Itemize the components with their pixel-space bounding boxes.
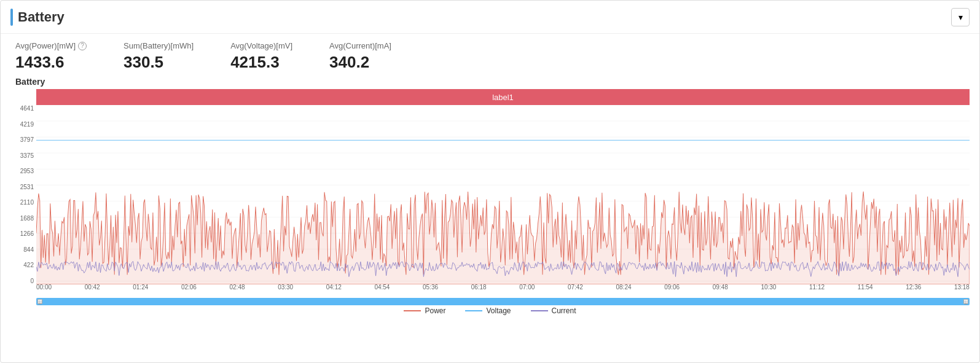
metric-avg-power: Avg(Power)[mW] ? 1433.6	[15, 41, 87, 72]
legend-voltage-label: Voltage	[486, 306, 511, 315]
x-axis: 00:00 00:42 01:24 02:06 02:48 03:30 04:1…	[36, 281, 970, 293]
chart-body	[10, 105, 970, 284]
y-axis-labels: 4641 4219 3797 3375 2953 2531 2110 1688 …	[10, 105, 36, 284]
metric-sum-battery: Sum(Battery)[mWh] 330.5	[123, 41, 194, 72]
metric-value-avg-current: 340.2	[329, 53, 391, 72]
metric-label-sum-battery: Sum(Battery)[mWh]	[123, 41, 194, 50]
title-text: Battery	[18, 9, 65, 25]
metric-avg-voltage: Avg(Voltage)[mV] 4215.3	[230, 41, 292, 72]
chart-svg	[36, 105, 970, 284]
legend-power: Power	[404, 306, 445, 315]
metric-label-avg-current: Avg(Current)[mA]	[329, 41, 391, 50]
chart-section: Battery label1	[1, 77, 979, 310]
legend-voltage: Voltage	[465, 306, 511, 315]
chart-label-bar: label1	[36, 89, 970, 105]
metric-label-avg-voltage: Avg(Voltage)[mV]	[230, 41, 292, 50]
metric-value-avg-power: 1433.6	[15, 53, 87, 72]
scrollbar-right-handle[interactable]: |||	[963, 299, 968, 304]
legend-power-icon	[404, 308, 421, 314]
legend-current: Current	[531, 306, 576, 315]
legend-power-label: Power	[425, 306, 445, 315]
metric-avg-current: Avg(Current)[mA] 340.2	[329, 41, 391, 72]
panel-dropdown-button[interactable]: ▾	[951, 8, 970, 26]
chart-wrapper: label1	[10, 89, 970, 310]
chevron-down-icon: ▾	[958, 12, 963, 22]
panel-title: Battery	[10, 9, 65, 26]
legend-current-label: Current	[552, 306, 576, 315]
chart-plot-area[interactable]	[36, 105, 970, 284]
metrics-row: Avg(Power)[mW] ? 1433.6 Sum(Battery)[mWh…	[1, 34, 979, 77]
metric-value-avg-voltage: 4215.3	[230, 53, 292, 72]
chart-scrollbar[interactable]: ||| |||	[36, 298, 970, 305]
metric-label-avg-power: Avg(Power)[mW] ?	[15, 41, 87, 50]
panel-header: Battery ▾	[1, 1, 979, 34]
metric-value-sum-battery: 330.5	[123, 53, 194, 72]
chart-title: Battery	[10, 77, 970, 87]
battery-panel: Battery ▾ Avg(Power)[mW] ? 1433.6 Sum(Ba…	[0, 0, 980, 363]
legend-current-icon	[531, 308, 548, 314]
title-bar-accent	[10, 9, 13, 26]
chart-legend: Power Voltage Current	[10, 306, 970, 315]
legend-voltage-icon	[465, 308, 482, 314]
info-icon-avg-power[interactable]: ?	[78, 42, 87, 50]
scrollbar-left-handle[interactable]: |||	[37, 299, 42, 304]
